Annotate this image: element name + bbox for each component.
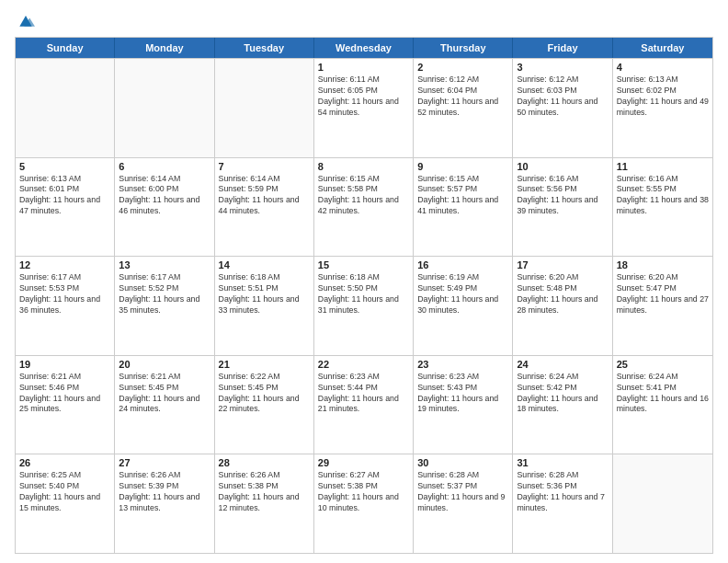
cell-sun-info: Sunrise: 6:14 AM Sunset: 6:00 PM Dayligh… — [119, 174, 210, 218]
cell-sun-info: Sunrise: 6:14 AM Sunset: 5:59 PM Dayligh… — [219, 174, 310, 218]
calendar-cell-6: 6Sunrise: 6:14 AM Sunset: 6:00 PM Daylig… — [115, 158, 214, 257]
cell-sun-info: Sunrise: 6:12 AM Sunset: 6:03 PM Dayligh… — [517, 75, 608, 119]
cell-sun-info: Sunrise: 6:23 AM Sunset: 5:43 PM Dayligh… — [417, 372, 508, 416]
cell-sun-info: Sunrise: 6:18 AM Sunset: 5:51 PM Dayligh… — [219, 272, 310, 316]
calendar-cell-15: 15Sunrise: 6:18 AM Sunset: 5:50 PM Dayli… — [314, 257, 414, 355]
cell-sun-info: Sunrise: 6:20 AM Sunset: 5:48 PM Dayligh… — [517, 272, 608, 316]
weekday-header-tuesday: Tuesday — [215, 38, 314, 58]
calendar-cell-empty — [613, 454, 712, 553]
calendar-cell-10: 10Sunrise: 6:16 AM Sunset: 5:56 PM Dayli… — [513, 158, 612, 257]
cell-sun-info: Sunrise: 6:21 AM Sunset: 5:45 PM Dayligh… — [119, 372, 210, 416]
calendar-cell-9: 9Sunrise: 6:15 AM Sunset: 5:57 PM Daylig… — [414, 158, 513, 257]
cell-sun-info: Sunrise: 6:15 AM Sunset: 5:57 PM Dayligh… — [417, 174, 508, 218]
cell-sun-info: Sunrise: 6:13 AM Sunset: 6:02 PM Dayligh… — [617, 75, 709, 119]
calendar-cell-24: 24Sunrise: 6:24 AM Sunset: 5:42 PM Dayli… — [513, 356, 612, 454]
weekday-header-sunday: Sunday — [16, 38, 115, 58]
calendar-body: 1Sunrise: 6:11 AM Sunset: 6:05 PM Daylig… — [16, 58, 712, 553]
day-number: 23 — [417, 359, 508, 370]
cell-sun-info: Sunrise: 6:17 AM Sunset: 5:52 PM Dayligh… — [119, 272, 210, 316]
day-number: 29 — [318, 457, 409, 468]
calendar: SundayMondayTuesdayWednesdayThursdayFrid… — [15, 37, 713, 554]
calendar-cell-29: 29Sunrise: 6:27 AM Sunset: 5:38 PM Dayli… — [314, 454, 414, 553]
weekday-header-wednesday: Wednesday — [314, 38, 414, 58]
calendar-cell-16: 16Sunrise: 6:19 AM Sunset: 5:49 PM Dayli… — [414, 257, 513, 355]
cell-sun-info: Sunrise: 6:19 AM Sunset: 5:49 PM Dayligh… — [417, 272, 508, 316]
cell-sun-info: Sunrise: 6:12 AM Sunset: 6:04 PM Dayligh… — [417, 75, 508, 119]
day-number: 6 — [119, 161, 210, 172]
cell-sun-info: Sunrise: 6:28 AM Sunset: 5:37 PM Dayligh… — [417, 470, 508, 514]
day-number: 1 — [318, 62, 409, 73]
calendar-cell-2: 2Sunrise: 6:12 AM Sunset: 6:04 PM Daylig… — [414, 59, 513, 157]
cell-sun-info: Sunrise: 6:11 AM Sunset: 6:05 PM Dayligh… — [318, 75, 409, 119]
day-number: 17 — [517, 259, 608, 270]
calendar-cell-17: 17Sunrise: 6:20 AM Sunset: 5:48 PM Dayli… — [513, 257, 612, 355]
calendar-cell-30: 30Sunrise: 6:28 AM Sunset: 5:37 PM Dayli… — [414, 454, 513, 553]
day-number: 30 — [417, 457, 508, 468]
weekday-header-saturday: Saturday — [613, 38, 712, 58]
calendar-cell-28: 28Sunrise: 6:26 AM Sunset: 5:38 PM Dayli… — [215, 454, 314, 553]
calendar-cell-5: 5Sunrise: 6:13 AM Sunset: 6:01 PM Daylig… — [16, 158, 115, 257]
calendar-cell-18: 18Sunrise: 6:20 AM Sunset: 5:47 PM Dayli… — [613, 257, 712, 355]
day-number: 8 — [318, 161, 409, 172]
weekday-header-thursday: Thursday — [414, 38, 513, 58]
logo — [15, 11, 35, 29]
day-number: 24 — [517, 359, 608, 370]
cell-sun-info: Sunrise: 6:27 AM Sunset: 5:38 PM Dayligh… — [318, 470, 409, 514]
cell-sun-info: Sunrise: 6:23 AM Sunset: 5:44 PM Dayligh… — [318, 372, 409, 416]
calendar-row-1: 5Sunrise: 6:13 AM Sunset: 6:01 PM Daylig… — [16, 157, 712, 257]
day-number: 2 — [417, 62, 508, 73]
weekday-header-friday: Friday — [513, 38, 612, 58]
day-number: 5 — [19, 161, 110, 172]
calendar-cell-21: 21Sunrise: 6:22 AM Sunset: 5:45 PM Dayli… — [215, 356, 314, 454]
cell-sun-info: Sunrise: 6:17 AM Sunset: 5:53 PM Dayligh… — [19, 272, 110, 316]
day-number: 20 — [119, 359, 210, 370]
cell-sun-info: Sunrise: 6:15 AM Sunset: 5:58 PM Dayligh… — [318, 174, 409, 218]
calendar-row-0: 1Sunrise: 6:11 AM Sunset: 6:05 PM Daylig… — [16, 58, 712, 157]
cell-sun-info: Sunrise: 6:24 AM Sunset: 5:42 PM Dayligh… — [517, 372, 608, 416]
cell-sun-info: Sunrise: 6:21 AM Sunset: 5:46 PM Dayligh… — [19, 372, 110, 416]
cell-sun-info: Sunrise: 6:24 AM Sunset: 5:41 PM Dayligh… — [617, 372, 709, 416]
calendar-cell-7: 7Sunrise: 6:14 AM Sunset: 5:59 PM Daylig… — [215, 158, 314, 257]
day-number: 11 — [617, 161, 709, 172]
page-header — [15, 11, 713, 29]
cell-sun-info: Sunrise: 6:18 AM Sunset: 5:50 PM Dayligh… — [318, 272, 409, 316]
cell-sun-info: Sunrise: 6:22 AM Sunset: 5:45 PM Dayligh… — [219, 372, 310, 416]
calendar-cell-4: 4Sunrise: 6:13 AM Sunset: 6:02 PM Daylig… — [613, 59, 712, 157]
calendar-row-2: 12Sunrise: 6:17 AM Sunset: 5:53 PM Dayli… — [16, 256, 712, 355]
day-number: 19 — [19, 359, 110, 370]
day-number: 27 — [119, 457, 210, 468]
cell-sun-info: Sunrise: 6:26 AM Sunset: 5:39 PM Dayligh… — [119, 470, 210, 514]
day-number: 12 — [19, 259, 110, 270]
calendar-cell-26: 26Sunrise: 6:25 AM Sunset: 5:40 PM Dayli… — [16, 454, 115, 553]
calendar-cell-22: 22Sunrise: 6:23 AM Sunset: 5:44 PM Dayli… — [314, 356, 414, 454]
calendar-cell-25: 25Sunrise: 6:24 AM Sunset: 5:41 PM Dayli… — [613, 356, 712, 454]
calendar-row-4: 26Sunrise: 6:25 AM Sunset: 5:40 PM Dayli… — [16, 454, 712, 553]
calendar-cell-23: 23Sunrise: 6:23 AM Sunset: 5:43 PM Dayli… — [414, 356, 513, 454]
calendar-cell-1: 1Sunrise: 6:11 AM Sunset: 6:05 PM Daylig… — [314, 59, 414, 157]
weekday-header-monday: Monday — [115, 38, 214, 58]
calendar-cell-20: 20Sunrise: 6:21 AM Sunset: 5:45 PM Dayli… — [115, 356, 214, 454]
calendar-cell-empty — [215, 59, 314, 157]
day-number: 31 — [517, 457, 608, 468]
day-number: 22 — [318, 359, 409, 370]
day-number: 3 — [517, 62, 608, 73]
day-number: 13 — [119, 259, 210, 270]
day-number: 21 — [219, 359, 310, 370]
logo-icon — [17, 11, 35, 29]
day-number: 10 — [517, 161, 608, 172]
calendar-cell-19: 19Sunrise: 6:21 AM Sunset: 5:46 PM Dayli… — [16, 356, 115, 454]
cell-sun-info: Sunrise: 6:16 AM Sunset: 5:56 PM Dayligh… — [517, 174, 608, 218]
day-number: 16 — [417, 259, 508, 270]
calendar-cell-11: 11Sunrise: 6:16 AM Sunset: 5:55 PM Dayli… — [613, 158, 712, 257]
calendar-header: SundayMondayTuesdayWednesdayThursdayFrid… — [16, 38, 712, 58]
day-number: 18 — [617, 259, 709, 270]
cell-sun-info: Sunrise: 6:26 AM Sunset: 5:38 PM Dayligh… — [219, 470, 310, 514]
calendar-cell-8: 8Sunrise: 6:15 AM Sunset: 5:58 PM Daylig… — [314, 158, 414, 257]
day-number: 14 — [219, 259, 310, 270]
day-number: 7 — [219, 161, 310, 172]
day-number: 28 — [219, 457, 310, 468]
cell-sun-info: Sunrise: 6:13 AM Sunset: 6:01 PM Dayligh… — [19, 174, 110, 218]
day-number: 15 — [318, 259, 409, 270]
calendar-cell-13: 13Sunrise: 6:17 AM Sunset: 5:52 PM Dayli… — [115, 257, 214, 355]
day-number: 26 — [19, 457, 110, 468]
